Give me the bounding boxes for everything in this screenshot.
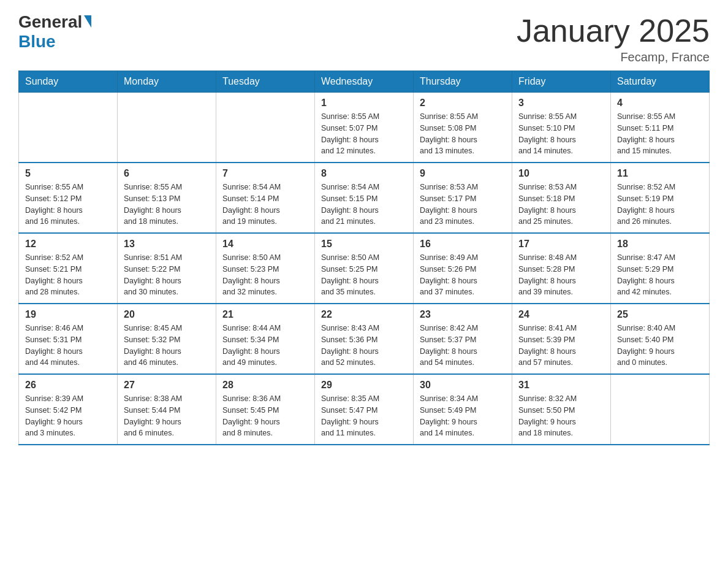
table-row: 31Sunrise: 8:32 AM Sunset: 5:50 PM Dayli… — [512, 374, 611, 445]
logo-general-text: General — [18, 12, 82, 32]
calendar-week-3: 12Sunrise: 8:52 AM Sunset: 5:21 PM Dayli… — [19, 233, 710, 304]
day-number: 23 — [420, 309, 506, 320]
weekday-header-friday: Friday — [512, 71, 611, 93]
day-number: 21 — [222, 309, 308, 320]
day-info: Sunrise: 8:52 AM Sunset: 5:21 PM Dayligh… — [25, 252, 111, 298]
day-number: 29 — [321, 380, 407, 391]
table-row: 27Sunrise: 8:38 AM Sunset: 5:44 PM Dayli… — [118, 374, 216, 445]
day-number: 14 — [222, 239, 308, 250]
weekday-header-monday: Monday — [118, 71, 216, 93]
day-info: Sunrise: 8:54 AM Sunset: 5:14 PM Dayligh… — [222, 182, 308, 228]
day-number: 5 — [25, 168, 111, 179]
weekday-header-sunday: Sunday — [19, 71, 118, 93]
day-info: Sunrise: 8:47 AM Sunset: 5:29 PM Dayligh… — [617, 252, 703, 298]
table-row: 8Sunrise: 8:54 AM Sunset: 5:15 PM Daylig… — [315, 163, 414, 233]
day-info: Sunrise: 8:40 AM Sunset: 5:40 PM Dayligh… — [617, 323, 703, 369]
day-number: 11 — [617, 168, 703, 179]
day-info: Sunrise: 8:38 AM Sunset: 5:44 PM Dayligh… — [124, 393, 210, 439]
table-row: 15Sunrise: 8:50 AM Sunset: 5:25 PM Dayli… — [315, 233, 414, 304]
day-number: 1 — [321, 98, 407, 109]
day-info: Sunrise: 8:50 AM Sunset: 5:23 PM Dayligh… — [222, 252, 308, 298]
calendar-week-1: 1Sunrise: 8:55 AM Sunset: 5:07 PM Daylig… — [19, 93, 710, 163]
day-info: Sunrise: 8:46 AM Sunset: 5:31 PM Dayligh… — [25, 323, 111, 369]
table-row: 23Sunrise: 8:42 AM Sunset: 5:37 PM Dayli… — [414, 304, 512, 374]
day-info: Sunrise: 8:43 AM Sunset: 5:36 PM Dayligh… — [321, 323, 407, 369]
calendar-week-5: 26Sunrise: 8:39 AM Sunset: 5:42 PM Dayli… — [19, 374, 710, 445]
day-info: Sunrise: 8:53 AM Sunset: 5:17 PM Dayligh… — [420, 182, 506, 228]
table-row: 2Sunrise: 8:55 AM Sunset: 5:08 PM Daylig… — [414, 93, 512, 163]
day-info: Sunrise: 8:55 AM Sunset: 5:08 PM Dayligh… — [420, 111, 506, 157]
day-number: 30 — [420, 380, 506, 391]
day-info: Sunrise: 8:49 AM Sunset: 5:26 PM Dayligh… — [420, 252, 506, 298]
day-number: 24 — [518, 309, 604, 320]
day-number: 16 — [420, 239, 506, 250]
day-number: 22 — [321, 309, 407, 320]
day-number: 3 — [518, 98, 604, 109]
table-row — [118, 93, 216, 163]
day-info: Sunrise: 8:55 AM Sunset: 5:07 PM Dayligh… — [321, 111, 407, 157]
table-row: 28Sunrise: 8:36 AM Sunset: 5:45 PM Dayli… — [216, 374, 315, 445]
day-info: Sunrise: 8:34 AM Sunset: 5:49 PM Dayligh… — [420, 393, 506, 439]
day-number: 6 — [124, 168, 210, 179]
table-row: 29Sunrise: 8:35 AM Sunset: 5:47 PM Dayli… — [315, 374, 414, 445]
table-row: 22Sunrise: 8:43 AM Sunset: 5:36 PM Dayli… — [315, 304, 414, 374]
day-number: 7 — [222, 168, 308, 179]
table-row: 1Sunrise: 8:55 AM Sunset: 5:07 PM Daylig… — [315, 93, 414, 163]
month-title: January 2025 — [517, 12, 710, 49]
day-info: Sunrise: 8:35 AM Sunset: 5:47 PM Dayligh… — [321, 393, 407, 439]
table-row — [611, 374, 710, 445]
table-row: 7Sunrise: 8:54 AM Sunset: 5:14 PM Daylig… — [216, 163, 315, 233]
table-row — [19, 93, 118, 163]
weekday-header-tuesday: Tuesday — [216, 71, 315, 93]
table-row: 3Sunrise: 8:55 AM Sunset: 5:10 PM Daylig… — [512, 93, 611, 163]
table-row: 25Sunrise: 8:40 AM Sunset: 5:40 PM Dayli… — [611, 304, 710, 374]
table-row — [216, 93, 315, 163]
day-info: Sunrise: 8:41 AM Sunset: 5:39 PM Dayligh… — [518, 323, 604, 369]
day-info: Sunrise: 8:45 AM Sunset: 5:32 PM Dayligh… — [124, 323, 210, 369]
calendar-week-4: 19Sunrise: 8:46 AM Sunset: 5:31 PM Dayli… — [19, 304, 710, 374]
table-row: 17Sunrise: 8:48 AM Sunset: 5:28 PM Dayli… — [512, 233, 611, 304]
title-section: January 2025 Fecamp, France — [517, 12, 710, 64]
table-row: 12Sunrise: 8:52 AM Sunset: 5:21 PM Dayli… — [19, 233, 118, 304]
location-text: Fecamp, France — [517, 50, 710, 64]
day-info: Sunrise: 8:48 AM Sunset: 5:28 PM Dayligh… — [518, 252, 604, 298]
table-row: 9Sunrise: 8:53 AM Sunset: 5:17 PM Daylig… — [414, 163, 512, 233]
table-row: 19Sunrise: 8:46 AM Sunset: 5:31 PM Dayli… — [19, 304, 118, 374]
day-number: 13 — [124, 239, 210, 250]
day-number: 28 — [222, 380, 308, 391]
day-number: 20 — [124, 309, 210, 320]
table-row: 13Sunrise: 8:51 AM Sunset: 5:22 PM Dayli… — [118, 233, 216, 304]
table-row: 5Sunrise: 8:55 AM Sunset: 5:12 PM Daylig… — [19, 163, 118, 233]
weekday-header-wednesday: Wednesday — [315, 71, 414, 93]
day-number: 26 — [25, 380, 111, 391]
day-info: Sunrise: 8:54 AM Sunset: 5:15 PM Dayligh… — [321, 182, 407, 228]
table-row: 24Sunrise: 8:41 AM Sunset: 5:39 PM Dayli… — [512, 304, 611, 374]
day-info: Sunrise: 8:53 AM Sunset: 5:18 PM Dayligh… — [518, 182, 604, 228]
day-number: 19 — [25, 309, 111, 320]
logo-blue-text: Blue — [18, 32, 56, 52]
day-info: Sunrise: 8:44 AM Sunset: 5:34 PM Dayligh… — [222, 323, 308, 369]
calendar-header: SundayMondayTuesdayWednesdayThursdayFrid… — [19, 71, 710, 93]
weekday-header-row: SundayMondayTuesdayWednesdayThursdayFrid… — [19, 71, 710, 93]
table-row: 6Sunrise: 8:55 AM Sunset: 5:13 PM Daylig… — [118, 163, 216, 233]
day-number: 12 — [25, 239, 111, 250]
day-info: Sunrise: 8:39 AM Sunset: 5:42 PM Dayligh… — [25, 393, 111, 439]
logo-arrow-icon — [84, 15, 91, 28]
table-row: 18Sunrise: 8:47 AM Sunset: 5:29 PM Dayli… — [611, 233, 710, 304]
weekday-header-saturday: Saturday — [611, 71, 710, 93]
day-info: Sunrise: 8:55 AM Sunset: 5:11 PM Dayligh… — [617, 111, 703, 157]
day-info: Sunrise: 8:42 AM Sunset: 5:37 PM Dayligh… — [420, 323, 506, 369]
calendar-table: SundayMondayTuesdayWednesdayThursdayFrid… — [18, 71, 710, 445]
day-number: 17 — [518, 239, 604, 250]
logo: General Blue — [18, 12, 91, 52]
table-row: 10Sunrise: 8:53 AM Sunset: 5:18 PM Dayli… — [512, 163, 611, 233]
day-number: 31 — [518, 380, 604, 391]
day-info: Sunrise: 8:50 AM Sunset: 5:25 PM Dayligh… — [321, 252, 407, 298]
table-row: 20Sunrise: 8:45 AM Sunset: 5:32 PM Dayli… — [118, 304, 216, 374]
weekday-header-thursday: Thursday — [414, 71, 512, 93]
day-number: 9 — [420, 168, 506, 179]
day-info: Sunrise: 8:51 AM Sunset: 5:22 PM Dayligh… — [124, 252, 210, 298]
table-row: 11Sunrise: 8:52 AM Sunset: 5:19 PM Dayli… — [611, 163, 710, 233]
day-info: Sunrise: 8:32 AM Sunset: 5:50 PM Dayligh… — [518, 393, 604, 439]
table-row: 16Sunrise: 8:49 AM Sunset: 5:26 PM Dayli… — [414, 233, 512, 304]
